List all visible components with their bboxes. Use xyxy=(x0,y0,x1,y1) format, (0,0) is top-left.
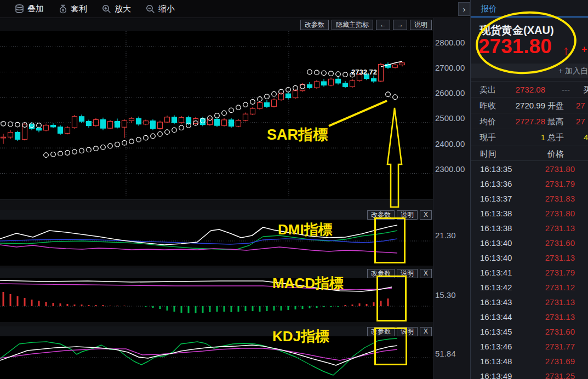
tick-price: 2731.13 xyxy=(526,250,575,265)
tick-row: 16:13:462731.77 xyxy=(471,339,588,354)
tick-price: 2731.79 xyxy=(526,176,575,191)
dmi-help-button[interactable]: 说明 xyxy=(397,210,418,220)
tick-time: 16:13:37 xyxy=(480,191,512,206)
tick-time: 16:13:36 xyxy=(480,176,512,191)
change-params-button[interactable]: 改参数 xyxy=(300,20,329,30)
tick-time: 16:13:45 xyxy=(480,324,512,339)
moneybag-icon xyxy=(59,4,67,14)
macd-panel-header: 改参数 说明 X xyxy=(0,268,433,278)
tick-price: 2731.80 xyxy=(526,206,575,221)
add-watchlist-button[interactable]: + 加入自选 xyxy=(471,64,588,78)
price-change-partial: + xyxy=(581,44,587,55)
tick-time: 16:13:38 xyxy=(480,206,512,221)
kdj-help-button[interactable]: 说明 xyxy=(397,327,418,336)
scroll-left-button[interactable]: ← xyxy=(376,20,390,30)
tick-price: 2731.13 xyxy=(526,295,575,309)
quote-row-value2-partial: 27 xyxy=(576,97,585,113)
overlay-button[interactable]: 叠加 xyxy=(15,4,44,14)
hide-main-indicator-button[interactable]: 隐藏主指标 xyxy=(332,20,373,30)
macd-axis-value: 15.30 xyxy=(435,290,469,299)
tick-time: 16:13:40 xyxy=(480,250,512,265)
dmi-chart[interactable] xyxy=(0,220,433,266)
macd-close-button[interactable]: X xyxy=(420,269,432,278)
kdj-axis-value: 51.84 xyxy=(435,349,469,358)
tick-time: 16:13:38 xyxy=(480,221,512,236)
main-y-axis-label: 2700.00 xyxy=(435,63,469,72)
table-header-price: 价格 xyxy=(547,146,564,162)
quote-row: 现手1总手4 xyxy=(471,129,588,145)
tick-price: 2731.60 xyxy=(526,324,575,339)
dmi-change-params-button[interactable]: 改参数 xyxy=(367,210,395,220)
tab-quote[interactable]: 报价 xyxy=(481,4,497,14)
dmi-panel: 改参数 说明 X xyxy=(0,210,433,266)
zoom-out-button[interactable]: 缩小 xyxy=(146,4,175,14)
table-header: 时间 价格 xyxy=(471,146,588,161)
tick-row: 16:13:452731.60 xyxy=(471,324,588,339)
quote-row-value: 1 xyxy=(493,129,545,145)
tick-row: 16:13:432731.13 xyxy=(471,295,588,309)
tick-row: 16:13:382731.13 xyxy=(471,221,588,236)
price-up-arrow-icon: ↑ xyxy=(563,43,569,58)
tick-row: 16:13:352731.80 xyxy=(471,162,588,176)
expand-panel-button[interactable]: › xyxy=(458,2,470,16)
kdj-chart[interactable] xyxy=(0,336,433,379)
macd-chart[interactable] xyxy=(0,278,433,322)
main-chart-subheader: 改参数 隐藏主指标 ← → 说明 xyxy=(0,18,470,31)
dmi-axis-value: 21.30 xyxy=(435,231,469,239)
tick-row: 16:13:362731.79 xyxy=(471,176,588,191)
quote-row-value: 2732.08 xyxy=(493,82,545,97)
kdj-change-params-button[interactable]: 改参数 xyxy=(367,327,395,336)
tick-price: 2731.69 xyxy=(526,354,575,369)
tick-time: 16:13:41 xyxy=(480,265,512,280)
tick-row: 16:13:402731.60 xyxy=(471,236,588,250)
quote-row-label2: 总手 xyxy=(547,129,564,145)
tick-time: 16:13:40 xyxy=(480,236,512,250)
arbitrage-button[interactable]: 套利 xyxy=(59,4,87,14)
zoom-out-icon xyxy=(146,4,155,14)
tick-price: 2731.25 xyxy=(526,369,575,379)
quote-row-value: 2727.28 xyxy=(493,113,545,129)
help-button[interactable]: 说明 xyxy=(410,20,432,30)
tick-price: 2731.83 xyxy=(526,191,575,206)
tick-time: 16:13:49 xyxy=(480,369,512,379)
tick-price: 2731.13 xyxy=(526,309,575,324)
kdj-panel: 改参数 说明 X xyxy=(0,326,433,379)
main-candlestick-chart[interactable] xyxy=(0,31,433,200)
tick-time: 16:13:43 xyxy=(480,295,512,309)
quote-panel: 报价 现货黄金(XAU) 2731.80 ↑ + + 加入自选 卖出2732.0… xyxy=(470,0,588,379)
tick-price: 2731.12 xyxy=(526,280,575,295)
main-y-axis-label: 2400.00 xyxy=(435,139,469,148)
tick-price: 2731.60 xyxy=(526,236,575,250)
macd-help-button[interactable]: 说明 xyxy=(397,269,418,278)
macd-change-params-button[interactable]: 改参数 xyxy=(367,269,395,278)
tick-time: 16:13:35 xyxy=(480,162,512,176)
tick-price: 2731.77 xyxy=(526,339,575,354)
quote-row-value2-partial: 4 xyxy=(584,129,588,145)
quote-row-value2-partial: 27 xyxy=(576,113,585,129)
kdj-close-button[interactable]: X xyxy=(420,327,432,336)
quote-row-label2: 开盘 xyxy=(547,97,564,113)
tick-row: 16:13:412731.79 xyxy=(471,265,588,280)
quote-row: 均价2727.28最高27 xyxy=(471,113,588,129)
tick-time: 16:13:46 xyxy=(480,339,512,354)
zoom-out-label: 缩小 xyxy=(158,4,175,14)
main-y-axis-label: 2800.00 xyxy=(435,38,469,47)
quote-row-label2: 最高 xyxy=(547,113,564,129)
quote-tabbar: 报价 xyxy=(471,0,588,18)
quote-row: 昨收2720.99开盘27 xyxy=(471,97,588,113)
tick-time: 16:13:48 xyxy=(480,354,512,369)
dmi-close-button[interactable]: X xyxy=(420,210,432,220)
scroll-right-button[interactable]: → xyxy=(393,20,407,30)
quote-row-dashes: --- xyxy=(562,82,570,97)
quote-row-value: 2720.99 xyxy=(493,97,545,113)
tick-row: 16:13:482731.69 xyxy=(471,354,588,369)
current-price: 2731.80 xyxy=(478,35,552,58)
tick-row: 16:13:372731.83 xyxy=(471,191,588,206)
zoom-in-button[interactable]: 放大 xyxy=(102,4,131,14)
tick-price: 2731.80 xyxy=(526,162,575,176)
main-y-axis-label: 2500.00 xyxy=(435,113,469,122)
tick-row: 16:13:422731.12 xyxy=(471,280,588,295)
trading-app: 叠加 套利 放大 缩小 › 改参数 隐藏主指标 ← → 说明 2732.72 S… xyxy=(0,0,588,379)
main-y-axis-label: 2300.00 xyxy=(435,164,469,173)
quote-row-value2-partial: 买 xyxy=(583,82,588,97)
